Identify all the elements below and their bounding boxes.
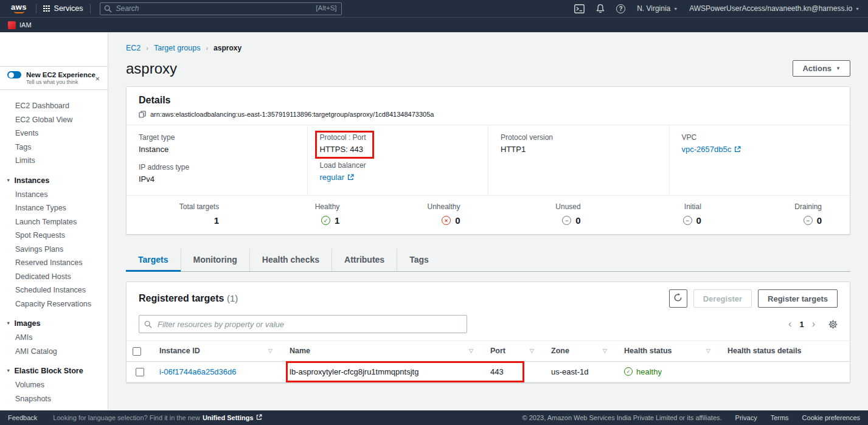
settings-gear-icon[interactable] [828,320,838,329]
table-row: i-06f1744a6a25d36d6 lb-asproxytyler-cfcg… [127,361,850,382]
column-header-health-status-details: Health status details [727,347,802,355]
sort-icon[interactable]: ▽ [268,348,273,354]
feedback-link[interactable]: Feedback [8,414,37,421]
select-all-checkbox[interactable] [133,347,141,356]
cookie-preferences-link[interactable]: Cookie preferences [802,414,860,421]
field-value: HTTP1 [501,145,657,154]
filter-input[interactable] [139,315,467,333]
sidebar-item-snapshots[interactable]: Snapshots [0,392,108,406]
copy-icon[interactable] [139,111,146,118]
stat-label: Draining [729,202,822,211]
sidebar-item-amis[interactable]: AMIs [0,331,108,345]
load-balancer-link[interactable]: regular [320,173,344,182]
healthy-status-icon: ✓ [321,216,330,225]
refresh-button[interactable] [669,289,687,308]
stat-label: Initial [609,202,701,211]
new-ec2-experience-card: New EC2 Experience Tell us what you thin… [0,66,108,90]
search-icon [104,5,112,13]
registered-targets-heading: Registered targets (1) [139,293,238,304]
stat-value: 1 [214,215,219,226]
sidebar-item-savings-plans[interactable]: Savings Plans [0,243,108,257]
field-target-type: Target type Instance [139,133,295,154]
global-search: [Alt+S] [100,2,342,15]
breadcrumb: EC2 › Target groups › asproxy [126,44,850,52]
services-menu[interactable]: Services [41,4,85,13]
sort-icon[interactable]: ▽ [469,348,473,354]
sidebar-item-instances[interactable]: Instances [0,188,108,202]
sidebar-item-ami-catalog[interactable]: AMI Catalog [0,345,108,359]
unified-settings-link[interactable]: Unified Settings [203,414,254,421]
stat-unused: Unused −0 [488,202,609,226]
field-vpc: VPC vpc-2657db5c [682,133,838,154]
sort-icon[interactable]: ▽ [530,348,534,354]
sidebar-item-ec2-dashboard[interactable]: EC2 Dashboard [0,99,108,113]
stat-label: Unhealthy [367,202,460,211]
sidebar-section-instances[interactable]: ▼ Instances [0,173,108,188]
sidebar-item-spot-requests[interactable]: Spot Requests [0,229,108,243]
tab-targets[interactable]: Targets [126,249,181,271]
sidebar: New EC2 Experience Tell us what you thin… [0,32,108,410]
sidebar-item-launch-templates[interactable]: Launch Templates [0,215,108,229]
breadcrumb-target-groups[interactable]: Target groups [154,44,200,52]
sidebar-item-events[interactable]: Events [0,126,108,140]
details-panel: Details arn:aws:elasticloadbalancing:us-… [126,86,850,235]
close-icon[interactable]: × [95,74,100,83]
vpc-link[interactable]: vpc-2657db5c [682,145,732,154]
actions-button[interactable]: Actions ▼ [793,60,850,77]
divider [90,4,91,13]
external-link-icon [734,145,741,154]
sort-icon[interactable]: ▽ [706,348,710,354]
table-actions: Deregister Register targets [669,289,838,308]
sidebar-section-elastic-block-store[interactable]: ▼ Elastic Block Store [0,364,108,378]
field-label: VPC [682,133,838,142]
breadcrumb-ec2[interactable]: EC2 [126,44,141,52]
search-input[interactable] [100,2,342,15]
terms-link[interactable]: Terms [771,414,789,421]
privacy-link[interactable]: Privacy [735,414,757,421]
sidebar-item-volumes[interactable]: Volumes [0,378,108,392]
cloudshell-icon[interactable] [574,4,585,13]
sidebar-section-images[interactable]: ▼ Images [0,316,108,331]
notifications-bell-icon[interactable] [596,4,605,13]
tab-attributes[interactable]: Attributes [332,249,397,271]
aws-logo[interactable]: aws [6,4,32,13]
tab-tags[interactable]: Tags [397,249,441,271]
sidebar-item-reserved-instances[interactable]: Reserved Instances [0,256,108,270]
tab-health-checks[interactable]: Health checks [249,249,332,271]
refresh-icon [673,293,682,304]
experience-toggle[interactable] [7,71,21,78]
row-checkbox[interactable] [136,368,144,376]
breadcrumb-separator: › [146,44,148,52]
registered-targets-panel: Registered targets (1) Deregister Regist… [126,282,850,383]
footer: Feedback Looking for language selection?… [0,410,868,425]
target-name: lb-asproxytyler-cfcg8jru1tmmqpntsjtg [290,367,418,376]
field-label: Load balancer [320,161,476,170]
sidebar-item-instance-types[interactable]: Instance Types [0,201,108,215]
iam-favorite-link[interactable]: IAM [19,21,32,29]
divider [36,4,36,13]
column-header-port: Port [490,347,505,355]
region-selector[interactable]: N. Virginia ▼ [637,4,678,13]
next-page-button[interactable]: › [812,319,815,329]
register-targets-button[interactable]: Register targets [758,289,838,308]
external-link-icon [347,173,354,182]
previous-page-button[interactable]: ‹ [788,319,791,329]
stat-value: 0 [455,215,460,226]
sidebar-item-capacity-reservations[interactable]: Capacity Reservations [0,297,108,311]
instance-id-link[interactable]: i-06f1744a6a25d36d6 [159,367,237,376]
current-page[interactable]: 1 [799,320,804,329]
field-label: IP address type [139,163,295,171]
sidebar-item-scheduled-instances[interactable]: Scheduled Instances [0,283,108,297]
targets-summary: Total targets 1 Healthy ✓1 Unhealthy ×0 … [127,195,850,234]
sort-icon[interactable]: ▽ [603,348,607,354]
sidebar-item-limits[interactable]: Limits [0,154,108,168]
sidebar-item-ec2-global-view[interactable]: EC2 Global View [0,113,108,127]
registered-targets-title: Registered targets [139,293,224,303]
sidebar-item-tags[interactable]: Tags [0,140,108,154]
sidebar-item-dedicated-hosts[interactable]: Dedicated Hosts [0,270,108,284]
account-menu[interactable]: AWSPowerUserAccess/navaneeth.kn@harness.… [689,4,859,13]
tab-monitoring[interactable]: Monitoring [181,249,249,271]
help-icon[interactable]: ? [616,4,625,13]
arn-value: arn:aws:elasticloadbalancing:us-east-1:3… [150,111,434,118]
deregister-button[interactable]: Deregister [693,289,752,308]
